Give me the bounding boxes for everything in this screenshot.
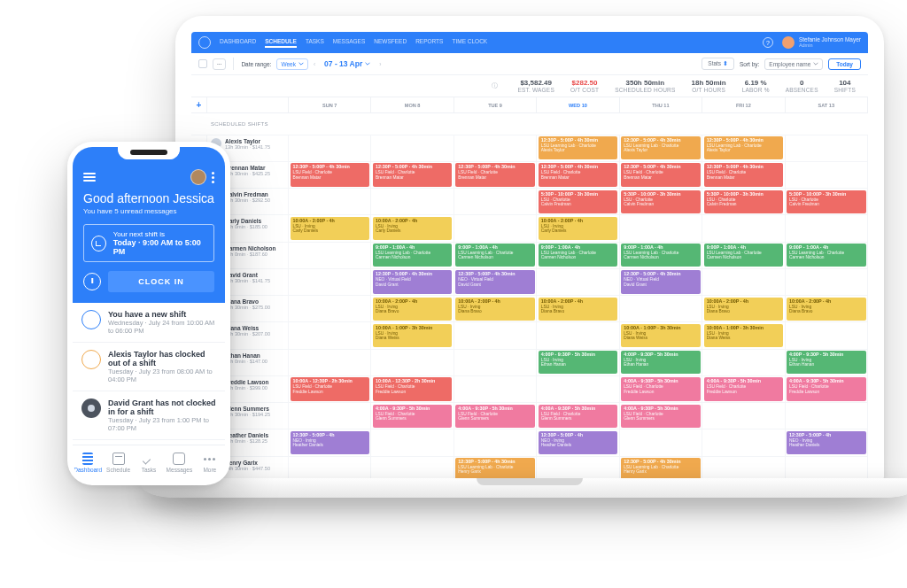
next-shift-card[interactable]: Your next shift is Today · 9:00 AM to 5:… xyxy=(83,224,214,262)
shift-card[interactable]: 10:00A - 2:00P · 4h LSU · Irving Carly D… xyxy=(291,217,369,240)
schedule-cell[interactable]: 12:30P - 5:00P · 4h 30min LSU Learning L… xyxy=(537,135,619,162)
schedule-cell[interactable] xyxy=(371,429,454,456)
schedule-cell[interactable]: 5:30P - 10:00P · 3h 30min LSU · Charlott… xyxy=(537,189,619,215)
shift-card[interactable]: 12:30P - 5:00P · 4h 30min LSU Learning L… xyxy=(539,136,617,159)
shift-card[interactable]: 12:30P - 5:00P · 4h 30min NEO · Virtual … xyxy=(455,270,534,293)
schedule-cell[interactable] xyxy=(289,350,371,376)
shift-card[interactable]: 10:00A - 2:00P · 4h LSU · Irving Diana B… xyxy=(787,298,865,321)
user-menu[interactable]: Stefanie Johnson Mayer Admin xyxy=(782,36,861,49)
day-header[interactable]: SAT 13 xyxy=(786,97,868,113)
schedule-cell[interactable] xyxy=(702,403,785,429)
nav-item[interactable]: TASKS xyxy=(306,38,324,48)
schedule-cell[interactable]: 12:30P - 5:00P · 4h 30min NEO · Virtual … xyxy=(371,269,454,296)
schedule-cell[interactable]: 12:30P - 5:00P · 4h 30min LSU Field · Ch… xyxy=(537,162,619,189)
sort-select[interactable]: Employee name xyxy=(764,58,823,70)
schedule-cell[interactable] xyxy=(537,322,619,349)
schedule-cell[interactable]: 10:00A - 1:00P · 3h 30min LSU · Irving D… xyxy=(371,322,454,349)
shift-card[interactable]: 9:00P - 1:00A · 4h LSU Learning Lab · Ch… xyxy=(787,244,865,267)
schedule-cell[interactable] xyxy=(289,296,371,322)
schedule-cell[interactable]: 10:00A - 2:00P · 4h LSU · Irving Diana B… xyxy=(537,296,619,322)
info-icon[interactable]: ⓘ xyxy=(492,82,498,90)
shift-card[interactable]: 4:00P - 9:30P · 5h 30min LSU · Irving Et… xyxy=(539,351,617,374)
day-header[interactable]: MON 8 xyxy=(371,97,454,113)
schedule-cell[interactable]: 10:00A - 2:00P · 4h LSU · Irving Carly D… xyxy=(371,215,454,242)
schedule-cell[interactable]: 4:00A - 9:30P · 5h 30min LSU Field · Cha… xyxy=(537,403,619,429)
schedule-cell[interactable] xyxy=(702,269,785,296)
shift-card[interactable]: 10:00A - 2:00P · 4h LSU · Irving Diana B… xyxy=(539,298,617,321)
schedule-cell[interactable] xyxy=(371,189,454,215)
shift-card[interactable]: 12:30P - 5:00P · 4h 30min LSU Learning L… xyxy=(704,136,783,159)
schedule-cell[interactable]: 10:00A - 1:00P · 3h 30min LSU · Irving D… xyxy=(620,322,702,349)
schedule-cell[interactable]: 10:00A - 2:00P · 4h LSU · Irving Carly D… xyxy=(537,215,619,242)
shift-card[interactable]: 12:30P - 5:00P · 4h 30min LSU Field · Ch… xyxy=(291,163,369,186)
help-icon[interactable]: ? xyxy=(763,37,773,48)
schedule-cell[interactable] xyxy=(371,350,454,376)
schedule-cell[interactable] xyxy=(371,135,454,162)
shift-card[interactable]: 10:00A - 1:00P · 3h 30min LSU · Irving D… xyxy=(704,324,783,347)
shift-card[interactable]: 4:00P - 9:30P · 5h 30min LSU · Irving Et… xyxy=(621,351,700,374)
schedule-cell[interactable] xyxy=(786,162,868,189)
day-header[interactable]: TUE 9 xyxy=(454,97,537,113)
tab-tasks[interactable]: Tasks xyxy=(134,445,164,480)
shift-card[interactable]: 10:00A - 1:00P · 3h 30min LSU · Irving D… xyxy=(621,324,700,347)
schedule-cell[interactable]: 9:00P - 1:00A · 4h LSU Learning Lab · Ch… xyxy=(537,243,619,269)
tab-messages[interactable]: Messages xyxy=(164,445,194,480)
schedule-cell[interactable] xyxy=(537,269,619,296)
schedule-cell[interactable] xyxy=(454,322,537,349)
shift-card[interactable]: 5:30P - 10:00P · 3h 30min LSU · Charlott… xyxy=(621,190,700,213)
shift-card[interactable]: 12:30P - 5:00P · 4h NEO · Irving Heather… xyxy=(787,431,865,454)
schedule-cell[interactable] xyxy=(454,376,537,403)
schedule-cell[interactable]: 10:00A - 2:00P · 4h LSU · Irving Carly D… xyxy=(289,215,371,242)
shift-card[interactable]: 10:00A - 2:00P · 4h LSU · Irving Carly D… xyxy=(539,217,617,240)
schedule-cell[interactable] xyxy=(702,350,785,376)
period-display[interactable]: 07 - 13 Apr xyxy=(321,58,374,70)
today-button[interactable]: Today xyxy=(828,58,861,70)
nav-item[interactable]: SCHEDULE xyxy=(265,38,297,48)
schedule-cell[interactable]: 9:00P - 1:00A · 4h LSU Learning Lab · Ch… xyxy=(620,243,702,269)
menu-icon[interactable] xyxy=(83,173,96,182)
schedule-cell[interactable]: 12:30P - 5:00P · 4h 30min LSU Learning L… xyxy=(702,135,785,162)
shift-card[interactable]: 4:00P - 9:30P · 5h 30min LSU · Irving Et… xyxy=(787,351,865,374)
stats-toggle[interactable]: Stats ⬍ xyxy=(702,58,734,70)
shift-card[interactable]: 4:00A - 9:30P · 5h 30min LSU Field · Cha… xyxy=(373,405,452,428)
schedule-cell[interactable]: 12:30P - 5:00P · 4h 30min LSU Field · Ch… xyxy=(620,162,702,189)
schedule-cell[interactable]: 12:30P - 5:00P · 4h 30min NEO · Virtual … xyxy=(454,269,537,296)
clock-in-button[interactable]: CLOCK IN xyxy=(108,271,214,292)
schedule-cell[interactable] xyxy=(786,135,868,162)
schedule-cell[interactable] xyxy=(786,269,868,296)
schedule-cell[interactable] xyxy=(289,189,371,215)
tab-dashboard[interactable]: Dashboard xyxy=(73,445,103,480)
schedule-cell[interactable]: 9:00P - 1:00A · 4h LSU Learning Lab · Ch… xyxy=(454,243,537,269)
schedule-cell[interactable] xyxy=(620,215,702,242)
nav-item[interactable]: REPORTS xyxy=(415,38,443,48)
schedule-cell[interactable]: 12:30P - 5:00P · 4h NEO · Irving Heather… xyxy=(289,429,371,456)
shift-card[interactable]: 4:00A - 9:30P · 5h 30min LSU Field · Cha… xyxy=(787,377,865,400)
shift-card[interactable]: 10:00A - 2:00P · 4h LSU · Irving Carly D… xyxy=(373,217,452,240)
nav-item[interactable]: MESSAGES xyxy=(333,38,365,48)
more-icon[interactable] xyxy=(212,172,214,183)
schedule-cell[interactable]: 10:00A - 2:00P · 4h LSU · Irving Diana B… xyxy=(454,296,537,322)
schedule-cell[interactable]: 10:00A - 12:30P · 2h 30min LSU Field · C… xyxy=(371,376,454,403)
avatar[interactable] xyxy=(190,169,206,185)
shift-card[interactable]: 10:00A - 1:00P · 3h 30min LSU · Irving D… xyxy=(373,324,452,347)
shift-card[interactable]: 4:00A - 9:30P · 5h 30min LSU Field · Cha… xyxy=(539,405,617,428)
prev-arrow-button[interactable]: ‹ xyxy=(314,61,315,67)
feed-item[interactable]: Alexis Taylor has clocked out of a shift… xyxy=(73,343,225,391)
feed-item[interactable]: David Grant has not clocked in for a shi… xyxy=(73,391,225,440)
shift-card[interactable]: 12:30P - 5:00P · 4h 30min LSU Field · Ch… xyxy=(455,163,534,186)
schedule-cell[interactable]: 12:30P - 5:00P · 4h 30min LSU Field · Ch… xyxy=(702,162,785,189)
shift-card[interactable]: 4:00A - 9:30P · 5h 30min LSU Field · Cha… xyxy=(621,377,700,400)
schedule-cell[interactable] xyxy=(702,429,785,456)
schedule-cell[interactable]: 4:00A - 9:30P · 5h 30min LSU Field · Cha… xyxy=(620,403,702,429)
shift-card[interactable]: 10:00A - 12:30P · 2h 30min LSU Field · C… xyxy=(373,377,452,400)
schedule-cell[interactable]: 4:00A - 9:30P · 5h 30min LSU Field · Cha… xyxy=(702,376,785,403)
shift-card[interactable]: 10:00A - 2:00P · 4h LSU · Irving Diana B… xyxy=(373,298,452,321)
schedule-cell[interactable]: 5:30P - 10:00P · 3h 30min LSU · Charlott… xyxy=(786,189,868,215)
shift-card[interactable]: 9:00P - 1:00A · 4h LSU Learning Lab · Ch… xyxy=(621,244,700,267)
nav-item[interactable]: TIME CLOCK xyxy=(452,38,487,48)
day-header[interactable]: WED 10 xyxy=(537,97,619,113)
schedule-cell[interactable]: 9:00P - 1:00A · 4h LSU Learning Lab · Ch… xyxy=(371,243,454,269)
schedule-cell[interactable] xyxy=(454,350,537,376)
shift-card[interactable]: 12:30P - 5:00P · 4h 30min LSU Learning L… xyxy=(621,136,700,159)
schedule-cell[interactable]: 10:00A - 2:00P · 4h LSU · Irving Diana B… xyxy=(371,296,454,322)
